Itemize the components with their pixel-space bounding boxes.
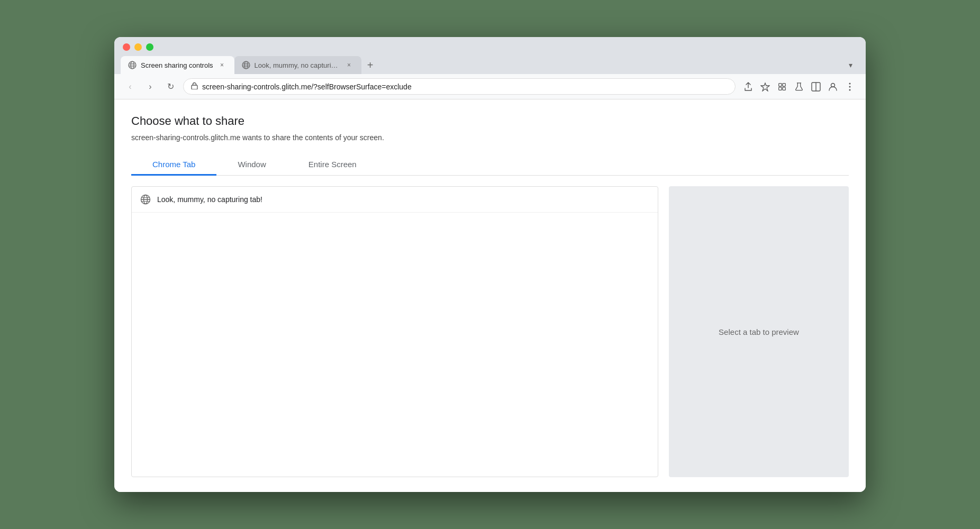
tab-title-look-mummy: Look, mummy, no capturing ta… — [255, 61, 340, 69]
tab-list: Look, mummy, no capturing tab! — [131, 186, 658, 477]
refresh-button[interactable]: ↻ — [163, 79, 178, 94]
toolbar-actions — [741, 79, 857, 94]
close-button[interactable] — [123, 43, 130, 51]
tab-close-look-mummy[interactable]: × — [344, 60, 354, 70]
tab-entire-screen[interactable]: Entire Screen — [287, 154, 378, 176]
forward-button[interactable]: › — [143, 79, 158, 94]
svg-rect-14 — [779, 87, 782, 89]
tab-dropdown-button[interactable]: ▾ — [841, 56, 859, 74]
maximize-button[interactable] — [146, 43, 153, 51]
tab-screen-sharing[interactable]: Screen sharing controls × — [121, 56, 234, 74]
svg-point-22 — [849, 89, 851, 90]
tab-window[interactable]: Window — [216, 154, 287, 176]
svg-point-21 — [849, 86, 851, 87]
tab-content: Look, mummy, no capturing tab! Select a … — [131, 186, 849, 477]
svg-marker-11 — [761, 83, 769, 91]
tab-look-mummy[interactable]: Look, mummy, no capturing ta… × — [234, 56, 361, 74]
screen-share-dialog: Choose what to share screen-sharing-cont… — [114, 99, 866, 492]
tab-list-item-title: Look, mummy, no capturing tab! — [157, 195, 262, 204]
globe-icon-2 — [242, 61, 250, 69]
bookmark-button[interactable] — [758, 79, 773, 94]
browser-window: Screen sharing controls × Look, mummy, n… — [114, 37, 866, 492]
extensions-button[interactable] — [775, 79, 790, 94]
lock-icon — [191, 82, 198, 91]
new-tab-button[interactable]: + — [361, 56, 379, 74]
url-bar[interactable]: screen-sharing-controls.glitch.me/?selfB… — [183, 78, 736, 95]
list-item[interactable]: Look, mummy, no capturing tab! — [132, 187, 658, 213]
svg-rect-13 — [783, 83, 785, 86]
address-bar: ‹ › ↻ screen-sharing-controls.glitch.me/… — [114, 74, 866, 99]
forward-icon: › — [149, 82, 151, 92]
split-view-button[interactable] — [809, 79, 823, 94]
menu-button[interactable] — [842, 79, 857, 94]
labs-button[interactable] — [792, 79, 806, 94]
back-button[interactable]: ‹ — [123, 79, 138, 94]
tab-globe-icon — [140, 194, 151, 205]
preview-panel: Select a tab to preview — [669, 186, 849, 477]
dialog-title: Choose what to share — [131, 114, 849, 128]
tab-title-screen-sharing: Screen sharing controls — [141, 61, 213, 69]
preview-text: Select a tab to preview — [719, 327, 799, 336]
share-button[interactable] — [741, 79, 756, 94]
url-text: screen-sharing-controls.glitch.me/?selfB… — [202, 83, 728, 91]
title-bar: Screen sharing controls × Look, mummy, n… — [114, 37, 866, 74]
tabs-row: Screen sharing controls × Look, mummy, n… — [121, 56, 859, 74]
globe-icon — [128, 61, 137, 69]
refresh-icon: ↻ — [167, 81, 174, 92]
share-tabs: Chrome Tab Window Entire Screen — [131, 154, 849, 176]
tab-close-screen-sharing[interactable]: × — [217, 60, 227, 70]
svg-point-20 — [849, 83, 851, 84]
svg-rect-10 — [192, 85, 197, 89]
minimize-button[interactable] — [134, 43, 142, 51]
dialog-subtitle: screen-sharing-controls.glitch.me wants … — [131, 133, 849, 142]
traffic-lights — [121, 43, 859, 51]
profile-button[interactable] — [825, 79, 840, 94]
svg-rect-15 — [783, 87, 785, 89]
content-area: Choose what to share screen-sharing-cont… — [114, 99, 866, 492]
svg-rect-12 — [779, 83, 782, 86]
back-icon: ‹ — [129, 82, 131, 92]
tab-chrome-tab[interactable]: Chrome Tab — [131, 154, 216, 176]
